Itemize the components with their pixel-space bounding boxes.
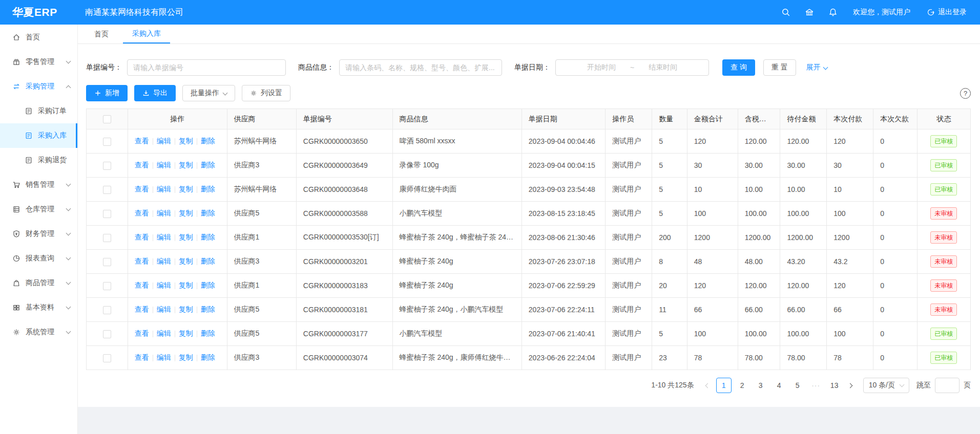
col-status: 状态 bbox=[917, 109, 970, 129]
action-copy[interactable]: 复制 bbox=[179, 305, 193, 313]
app-logo[interactable]: 华夏ERP bbox=[0, 5, 78, 19]
sidebar-item-sales[interactable]: 销售管理 bbox=[0, 172, 77, 197]
action-view[interactable]: 查看 bbox=[135, 161, 149, 169]
action-edit[interactable]: 编辑 bbox=[157, 257, 171, 265]
page-button-1[interactable]: 1 bbox=[716, 378, 732, 393]
action-copy[interactable]: 复制 bbox=[179, 257, 193, 265]
action-delete[interactable]: 删除 bbox=[201, 233, 215, 241]
help-icon[interactable]: ? bbox=[960, 88, 971, 99]
sidebar-item-home[interactable]: 首页 bbox=[0, 25, 77, 50]
bill-no-label: 单据编号： bbox=[86, 63, 122, 72]
action-copy[interactable]: 复制 bbox=[179, 353, 193, 361]
product-info-input[interactable] bbox=[339, 59, 502, 76]
page-size-select[interactable]: 10 条/页 bbox=[863, 378, 909, 393]
action-delete[interactable]: 删除 bbox=[201, 353, 215, 361]
action-delete[interactable]: 删除 bbox=[201, 137, 215, 145]
action-copy[interactable]: 复制 bbox=[179, 185, 193, 193]
add-button[interactable]: 新增 bbox=[86, 85, 128, 101]
action-edit[interactable]: 编辑 bbox=[157, 185, 171, 193]
prev-page-button[interactable] bbox=[701, 378, 715, 393]
jump-page-input[interactable] bbox=[935, 378, 960, 393]
action-view[interactable]: 查看 bbox=[135, 137, 149, 145]
action-edit[interactable]: 编辑 bbox=[157, 137, 171, 145]
page-button-3[interactable]: 3 bbox=[753, 378, 768, 393]
action-view[interactable]: 查看 bbox=[135, 185, 149, 193]
next-page-button[interactable] bbox=[844, 378, 857, 393]
bill-no-input[interactable] bbox=[127, 59, 286, 76]
export-button[interactable]: 导出 bbox=[134, 85, 176, 101]
page-button-2[interactable]: 2 bbox=[735, 378, 750, 393]
action-view[interactable]: 查看 bbox=[135, 233, 149, 241]
action-copy[interactable]: 复制 bbox=[179, 233, 193, 241]
page-button-13[interactable]: 13 bbox=[827, 378, 842, 393]
sidebar-item-purchase-order[interactable]: 采购订单 bbox=[0, 99, 77, 123]
action-delete[interactable]: 删除 bbox=[201, 161, 215, 169]
table-row: 查看编辑复制删除 苏州蜗牛网络 CGRK00000003650 啤酒 580ml… bbox=[87, 129, 971, 154]
row-actions: 查看编辑复制删除 bbox=[128, 250, 227, 274]
search-button[interactable]: 查 询 bbox=[722, 59, 755, 76]
sidebar-item-retail[interactable]: 零售管理 bbox=[0, 50, 77, 74]
action-copy[interactable]: 复制 bbox=[179, 281, 193, 289]
action-delete[interactable]: 删除 bbox=[201, 281, 215, 289]
action-delete[interactable]: 删除 bbox=[201, 185, 215, 193]
action-edit[interactable]: 编辑 bbox=[157, 209, 171, 217]
sidebar-item-purchase[interactable]: 采购管理 bbox=[0, 74, 77, 99]
action-delete[interactable]: 删除 bbox=[201, 329, 215, 337]
action-view[interactable]: 查看 bbox=[135, 353, 149, 361]
row-checkbox[interactable] bbox=[103, 186, 111, 194]
action-copy[interactable]: 复制 bbox=[179, 137, 193, 145]
action-edit[interactable]: 编辑 bbox=[157, 305, 171, 313]
row-checkbox[interactable] bbox=[103, 162, 111, 170]
page-button-5[interactable]: 5 bbox=[790, 378, 805, 393]
action-view[interactable]: 查看 bbox=[135, 305, 149, 313]
page-button-4[interactable]: 4 bbox=[772, 378, 787, 393]
expand-link[interactable]: 展开 bbox=[806, 63, 827, 72]
action-edit[interactable]: 编辑 bbox=[157, 161, 171, 169]
action-edit[interactable]: 编辑 bbox=[157, 281, 171, 289]
column-settings-button[interactable]: 列设置 bbox=[242, 85, 290, 101]
action-edit[interactable]: 编辑 bbox=[157, 233, 171, 241]
row-checkbox[interactable] bbox=[103, 330, 111, 338]
date-range-picker[interactable]: 开始时间 ~ 结束时间 bbox=[555, 59, 709, 76]
search-icon[interactable] bbox=[781, 8, 790, 17]
page-ellipsis[interactable]: ··· bbox=[808, 378, 824, 393]
sidebar-item-goods[interactable]: 商品管理 bbox=[0, 271, 77, 295]
row-checkbox[interactable] bbox=[103, 354, 111, 362]
col-tax-total: 含税合计 bbox=[738, 109, 780, 129]
reset-button[interactable]: 重 置 bbox=[763, 59, 796, 76]
action-delete[interactable]: 删除 bbox=[201, 209, 215, 217]
sidebar-item-basic-data[interactable]: 基本资料 bbox=[0, 295, 77, 320]
row-checkbox[interactable] bbox=[103, 210, 111, 218]
row-checkbox[interactable] bbox=[103, 234, 111, 242]
action-edit[interactable]: 编辑 bbox=[157, 329, 171, 337]
action-copy[interactable]: 复制 bbox=[179, 209, 193, 217]
sidebar-item-finance[interactable]: 财务管理 bbox=[0, 222, 77, 246]
action-copy[interactable]: 复制 bbox=[179, 329, 193, 337]
action-edit[interactable]: 编辑 bbox=[157, 353, 171, 361]
action-view[interactable]: 查看 bbox=[135, 329, 149, 337]
action-copy[interactable]: 复制 bbox=[179, 161, 193, 169]
logout-button[interactable]: 退出登录 bbox=[927, 8, 967, 17]
row-checkbox[interactable] bbox=[103, 306, 111, 314]
action-view[interactable]: 查看 bbox=[135, 281, 149, 289]
row-checkbox[interactable] bbox=[103, 258, 111, 266]
sidebar-item-reports[interactable]: 报表查询 bbox=[0, 246, 77, 271]
batch-actions-button[interactable]: 批量操作 bbox=[182, 85, 235, 101]
sidebar-item-warehouse[interactable]: 仓库管理 bbox=[0, 197, 77, 222]
action-delete[interactable]: 删除 bbox=[201, 257, 215, 265]
select-all-checkbox[interactable] bbox=[103, 115, 111, 123]
action-view[interactable]: 查看 bbox=[135, 257, 149, 265]
cell-bill-no: CGRK00000003648 bbox=[296, 178, 392, 202]
col-paid: 本次付款 bbox=[827, 109, 873, 129]
sidebar-item-purchase-return[interactable]: 采购退货 bbox=[0, 148, 77, 172]
row-checkbox[interactable] bbox=[103, 138, 111, 146]
action-view[interactable]: 查看 bbox=[135, 209, 149, 217]
sidebar-item-purchase-inbound[interactable]: 采购入库 bbox=[0, 123, 77, 148]
sidebar-item-system[interactable]: 系统管理 bbox=[0, 320, 77, 344]
tab-home[interactable]: 首页 bbox=[85, 25, 118, 44]
action-delete[interactable]: 删除 bbox=[201, 305, 215, 313]
tab-purchase-inbound[interactable]: 采购入库 bbox=[123, 25, 170, 44]
row-checkbox[interactable] bbox=[103, 282, 111, 290]
bell-icon[interactable] bbox=[828, 8, 838, 17]
platform-icon[interactable] bbox=[805, 8, 814, 17]
